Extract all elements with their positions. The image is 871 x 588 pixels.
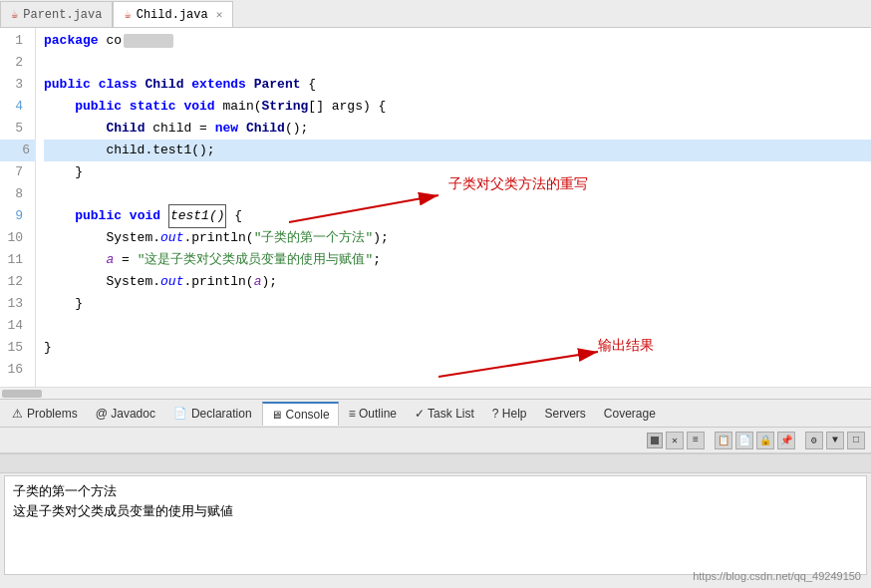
toolbar-settings-btn[interactable]: ⚙	[805, 432, 823, 449]
toolbar-copy-btn[interactable]: 📋	[715, 432, 732, 449]
bottom-panel: ⚠ Problems @ Javadoc 📄 Declaration 🖥 Con…	[0, 399, 871, 588]
tab-child-java[interactable]: ☕ Child.java ✕	[113, 1, 233, 27]
coverage-label: Coverage	[604, 407, 656, 421]
panel-tab-help[interactable]: ? Help	[484, 402, 535, 426]
panel-tab-outline[interactable]: ≡ Outline	[341, 402, 405, 426]
declaration-label: Declaration	[191, 407, 252, 421]
code-line-4: public static void main(String[] args) {	[44, 96, 871, 118]
toolbar-minimize-btn[interactable]: ▼	[826, 432, 844, 449]
watermark: https://blog.csdn.net/qq_49249150	[693, 570, 861, 582]
code-line-5: Child child = new Child();	[44, 118, 871, 140]
panel-tab-tasklist[interactable]: ✓ Task List	[407, 402, 482, 426]
code-content[interactable]: package co public class Child extends Pa…	[36, 28, 871, 387]
code-line-16	[44, 359, 871, 381]
editor-area: 1 2 3 4 5 6 7 8 9 10 11 12 13 14 15 16 p…	[0, 28, 871, 387]
outline-label: ≡ Outline	[349, 407, 397, 421]
problems-label: Problems	[27, 407, 78, 421]
output-annotation-label: 输出结果	[598, 337, 654, 355]
toolbar-scroll-lock-btn[interactable]: 🔒	[756, 432, 774, 449]
panel-tabs-bar: ⚠ Problems @ Javadoc 📄 Declaration 🖥 Con…	[0, 400, 871, 428]
problems-icon: ⚠	[12, 407, 23, 421]
tasklist-label: ✓ Task List	[415, 407, 474, 421]
code-line-12: System.out.println(a);	[44, 271, 871, 293]
panel-tab-console[interactable]: 🖥 Console	[262, 402, 339, 426]
servers-label: Servers	[545, 407, 586, 421]
panel-tab-coverage[interactable]: Coverage	[596, 402, 664, 426]
console-output-area[interactable]: 子类的第一个方法 这是子类对父类成员变量的使用与赋値	[4, 475, 867, 575]
tab-parent-java[interactable]: ☕ Parent.java	[0, 1, 113, 27]
declaration-icon: 📄	[173, 407, 187, 420]
code-line-6: child.test1();	[44, 140, 871, 161]
horizontal-scrollbar[interactable]	[0, 387, 871, 399]
code-line-10: System.out.println("子类的第一个方法");	[44, 227, 871, 249]
java-file-icon2: ☕	[124, 7, 131, 22]
toolbar-stop-btn[interactable]	[647, 433, 663, 448]
scrollbar-thumb[interactable]	[2, 390, 42, 398]
tab-close-button[interactable]: ✕	[216, 8, 223, 21]
panel-tab-servers[interactable]: Servers	[537, 402, 594, 426]
toolbar-clear-btn[interactable]: ≡	[687, 432, 705, 449]
console-output-line-1: 子类的第一个方法	[13, 482, 858, 502]
console-output-line-2: 这是子类对父类成员变量的使用与赋値	[13, 502, 858, 522]
code-line-1: package co	[44, 30, 871, 52]
panel-tab-problems[interactable]: ⚠ Problems	[4, 402, 86, 426]
override-annotation-label: 子类对父类方法的重写	[448, 175, 588, 193]
toolbar-pin-btn[interactable]: 📌	[777, 432, 795, 449]
help-label: ? Help	[492, 407, 527, 421]
tab-label-child: Child.java	[137, 8, 208, 22]
panel-tab-declaration[interactable]: 📄 Declaration	[165, 402, 260, 426]
code-line-9: public void test1() {	[44, 205, 871, 227]
toolbar-terminate-btn[interactable]: ✕	[666, 432, 684, 449]
toolbar-maximize-btn[interactable]: □	[847, 432, 865, 449]
console-icon: 🖥	[271, 409, 282, 421]
java-file-icon: ☕	[11, 7, 18, 22]
tab-label-parent: Parent.java	[23, 8, 102, 22]
panel-tab-javadoc[interactable]: @ Javadoc	[88, 402, 163, 426]
code-line-2	[44, 52, 871, 74]
code-line-13: }	[44, 293, 871, 315]
panel-toolbar: ✕ ≡ 📋 📄 🔒 📌 ⚙ ▼ □	[0, 428, 871, 453]
console-input-bar	[0, 453, 871, 473]
code-line-11: a = "这是子类对父类成员变量的使用与赋值";	[44, 249, 871, 271]
code-line-15: }	[44, 337, 871, 359]
tab-bar: ☕ Parent.java ☕ Child.java ✕	[0, 0, 871, 28]
code-line-3: public class Child extends Parent {	[44, 74, 871, 96]
console-label: Console	[286, 408, 330, 422]
code-line-14	[44, 315, 871, 337]
javadoc-label: @ Javadoc	[96, 407, 155, 421]
line-numbers: 1 2 3 4 5 6 7 8 9 10 11 12 13 14 15 16	[0, 28, 36, 387]
toolbar-paste-btn[interactable]: 📄	[735, 432, 753, 449]
